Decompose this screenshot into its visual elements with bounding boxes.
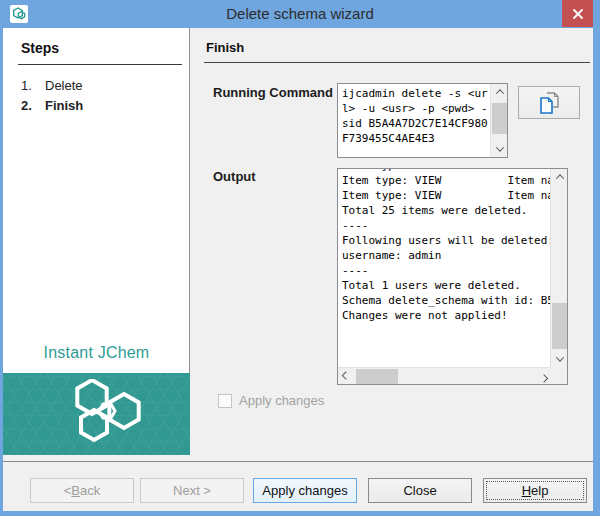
output-horizontal-scrollbar[interactable] <box>338 367 552 384</box>
step-item-delete: 1. Delete <box>21 75 181 95</box>
apply-changes-checkbox <box>218 394 232 408</box>
chevron-down-icon <box>495 143 503 151</box>
brand-panel <box>3 373 190 455</box>
back-button: < Back <box>30 478 134 503</box>
chevron-up-icon <box>495 89 503 97</box>
copy-icon <box>536 90 562 116</box>
apply-changes-checkbox-row: Apply changes <box>218 393 324 408</box>
output-vertical-scrollbar[interactable] <box>550 169 567 367</box>
wizard-steps-sidebar: Steps 1. Delete 2. Finish Instant JChem <box>3 28 190 455</box>
hexagon-logo-icon <box>47 379 147 451</box>
chevron-up-icon <box>555 174 563 182</box>
dialog-body: Steps 1. Delete 2. Finish Instant JChem <box>3 28 593 461</box>
close-button[interactable] <box>562 0 593 27</box>
vertical-scrollbar-thumb[interactable] <box>492 103 507 134</box>
apply-changes-checkbox-label: Apply changes <box>239 393 324 408</box>
brand-name: Instant JChem <box>3 344 190 362</box>
scroll-up-button[interactable] <box>551 169 568 185</box>
titlebar[interactable]: Delete schema wizard <box>0 0 600 28</box>
scroll-up-button[interactable] <box>491 84 508 100</box>
close-icon <box>572 8 584 20</box>
steps-title: Steps <box>18 38 182 65</box>
help-button[interactable]: Help <box>483 478 587 503</box>
chevron-right-icon <box>540 374 548 382</box>
command-vertical-scrollbar[interactable] <box>490 84 507 157</box>
scroll-down-button[interactable] <box>491 141 508 157</box>
scroll-left-button[interactable] <box>338 368 354 385</box>
chevron-left-icon <box>342 371 350 379</box>
copy-command-button[interactable] <box>518 86 580 119</box>
next-button: Next > <box>140 478 244 503</box>
close-dialog-button[interactable]: Close <box>368 478 472 503</box>
scrollbar-corner <box>550 367 567 384</box>
chevron-down-icon <box>555 353 563 361</box>
steps-list: 1. Delete 2. Finish <box>21 75 181 115</box>
output-label: Output <box>213 169 256 184</box>
vertical-scrollbar-thumb[interactable] <box>552 303 567 349</box>
button-bar: < Back Next > Apply changes Close Help <box>3 461 593 511</box>
running-command-text[interactable]: ijcadmin delete -s <ur l> -u <usr> -p <p… <box>342 86 490 146</box>
output-text[interactable]: Item type: VIEW Item name Item type: VIE… <box>342 169 550 323</box>
horizontal-scrollbar-thumb[interactable] <box>356 369 398 384</box>
output-textarea[interactable]: Item type: VIEW Item name Item type: VIE… <box>337 168 568 385</box>
running-command-textarea[interactable]: ijcadmin delete -s <ur l> -u <usr> -p <p… <box>337 83 508 158</box>
window-title: Delete schema wizard <box>0 0 600 28</box>
apply-changes-button[interactable]: Apply changes <box>253 478 357 503</box>
page-title: Finish <box>204 38 590 63</box>
scroll-down-button[interactable] <box>551 351 568 367</box>
step-item-finish: 2. Finish <box>21 95 181 115</box>
step-label: Delete <box>45 78 83 93</box>
running-command-label: Running Command <box>213 85 333 100</box>
step-label: Finish <box>45 98 83 113</box>
wizard-content: Finish Running Command ijcadmin delete -… <box>191 28 593 461</box>
